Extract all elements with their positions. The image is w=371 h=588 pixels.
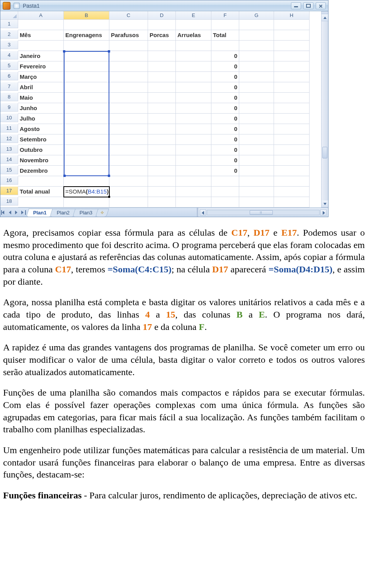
column-header-b[interactable]: B: [64, 11, 109, 20]
cell-D3[interactable]: [148, 41, 176, 51]
cell-B10[interactable]: [64, 114, 109, 124]
cell-D5[interactable]: [148, 61, 176, 72]
cell-C17[interactable]: [109, 187, 148, 197]
cell-A3[interactable]: [18, 41, 64, 51]
cell-B16[interactable]: [64, 176, 109, 187]
cell-G17[interactable]: [239, 187, 274, 197]
horizontal-scrollbar[interactable]: [197, 208, 328, 217]
cell-D17[interactable]: [148, 187, 176, 197]
save-icon[interactable]: [14, 3, 20, 9]
cell-D10[interactable]: [148, 114, 176, 124]
column-header-c[interactable]: C: [109, 11, 148, 20]
cell-C13[interactable]: [109, 145, 148, 155]
row-header-2[interactable]: 2: [0, 30, 18, 39]
cell-A5[interactable]: Fevereiro: [18, 61, 64, 72]
cell-C9[interactable]: [109, 103, 148, 114]
cell-A2[interactable]: Mês: [18, 30, 64, 41]
cell-D18[interactable]: [148, 197, 176, 207]
cell-A17[interactable]: Total anual: [18, 187, 64, 197]
cell-H15[interactable]: [274, 166, 310, 176]
row-header-12[interactable]: 12: [0, 134, 18, 143]
cell-B7[interactable]: [64, 82, 109, 93]
split-handle-top[interactable]: [322, 11, 328, 14]
cell-D1[interactable]: [148, 20, 176, 30]
cell-G11[interactable]: [239, 124, 274, 134]
cell-G13[interactable]: [239, 145, 274, 155]
cell-B2[interactable]: Engrenagens: [64, 30, 109, 41]
cell-A18[interactable]: [18, 197, 64, 207]
row-header-14[interactable]: 14: [0, 155, 18, 164]
cell-H1[interactable]: [274, 20, 310, 30]
cell-C1[interactable]: [109, 20, 148, 30]
cell-B18[interactable]: [64, 197, 109, 207]
cell-F17[interactable]: [211, 187, 239, 197]
cell-B5[interactable]: [64, 61, 109, 72]
cell-E18[interactable]: [176, 197, 211, 207]
cell-H10[interactable]: [274, 114, 310, 124]
cell-B6[interactable]: [64, 72, 109, 82]
close-button[interactable]: [316, 2, 326, 9]
cell-D13[interactable]: [148, 145, 176, 155]
cell-F1[interactable]: [211, 20, 239, 30]
cell-C18[interactable]: [109, 197, 148, 207]
column-header-h[interactable]: H: [274, 11, 310, 20]
cell-C6[interactable]: [109, 72, 148, 82]
cell-A6[interactable]: Março: [18, 72, 64, 82]
cell-E6[interactable]: [176, 72, 211, 82]
cell-H13[interactable]: [274, 145, 310, 155]
cell-C10[interactable]: [109, 114, 148, 124]
cell-G3[interactable]: [239, 41, 274, 51]
cell-E10[interactable]: [176, 114, 211, 124]
cell-E4[interactable]: [176, 51, 211, 61]
cell-H14[interactable]: [274, 155, 310, 166]
cell-D6[interactable]: [148, 72, 176, 82]
next-sheet-button[interactable]: [14, 210, 20, 215]
cell-D11[interactable]: [148, 124, 176, 134]
cell-H9[interactable]: [274, 103, 310, 114]
cell-B4[interactable]: [64, 51, 109, 61]
cell-G16[interactable]: [239, 176, 274, 187]
cell-C8[interactable]: [109, 93, 148, 103]
cell-E13[interactable]: [176, 145, 211, 155]
row-header-1[interactable]: 1: [0, 20, 18, 28]
cell-C2[interactable]: Parafusos: [109, 30, 148, 41]
cell-G15[interactable]: [239, 166, 274, 176]
cell-E14[interactable]: [176, 155, 211, 166]
cell-C12[interactable]: [109, 134, 148, 145]
cell-D14[interactable]: [148, 155, 176, 166]
scroll-right-button[interactable]: [320, 209, 327, 216]
cell-B9[interactable]: [64, 103, 109, 114]
scroll-up-button[interactable]: [322, 14, 328, 21]
cell-H2[interactable]: [274, 30, 310, 41]
cell-B3[interactable]: [64, 41, 109, 51]
cell-C5[interactable]: [109, 61, 148, 72]
cell-E11[interactable]: [176, 124, 211, 134]
cell-A16[interactable]: [18, 176, 64, 187]
cell-E3[interactable]: [176, 41, 211, 51]
row-header-17[interactable]: 17: [0, 187, 18, 195]
row-header-4[interactable]: 4: [0, 51, 18, 59]
cell-D7[interactable]: [148, 82, 176, 93]
cell-E2[interactable]: Arruelas: [176, 30, 211, 41]
cell-E1[interactable]: [176, 20, 211, 30]
cell-G2[interactable]: [239, 30, 274, 41]
row-header-18[interactable]: 18: [0, 197, 18, 206]
cell-D12[interactable]: [148, 134, 176, 145]
cell-C3[interactable]: [109, 41, 148, 51]
cell-F6[interactable]: 0: [211, 72, 239, 82]
cell-H8[interactable]: [274, 93, 310, 103]
cell-F8[interactable]: 0: [211, 93, 239, 103]
office-button-icon[interactable]: [3, 2, 10, 10]
cell-G12[interactable]: [239, 134, 274, 145]
cell-H17[interactable]: [274, 187, 310, 197]
cell-D15[interactable]: [148, 166, 176, 176]
cell-F15[interactable]: 0: [211, 166, 239, 176]
row-header-15[interactable]: 15: [0, 166, 18, 174]
cell-A7[interactable]: Abril: [18, 82, 64, 93]
select-all-corner[interactable]: [0, 11, 18, 20]
cell-B17[interactable]: =SOMA(B4:B15): [64, 187, 109, 197]
cell-F18[interactable]: [211, 197, 239, 207]
cell-B1[interactable]: [64, 20, 109, 30]
row-header-9[interactable]: 9: [0, 103, 18, 112]
cell-B15[interactable]: [64, 166, 109, 176]
